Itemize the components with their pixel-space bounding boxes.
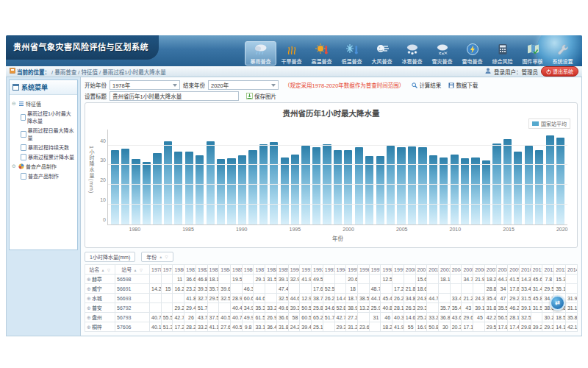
calculate-button[interactable]: 计算结果 bbox=[412, 81, 441, 89]
table-row-56693: ⊕水城5669341.832.729.532.528.960.644.632.5… bbox=[85, 294, 578, 303]
column-field-chip[interactable]: 年份 ▲ ▽ bbox=[141, 252, 173, 262]
value-cell: 43.7 bbox=[196, 313, 207, 322]
tree-group-feature-values[interactable]: ⊖ 特征值 bbox=[12, 100, 75, 107]
station-id-cell: 56793 bbox=[115, 313, 150, 322]
sort-icons[interactable]: ▲ ▽ bbox=[99, 268, 111, 272]
start-year-select[interactable]: 1978年 bbox=[110, 80, 180, 90]
value-cell bbox=[462, 284, 473, 294]
tree-item-cumulative-precip[interactable]: 暴雨过程累计降水量 bbox=[21, 153, 76, 160]
expand-row-icon[interactable]: ⊕ bbox=[87, 296, 91, 301]
nav-item-lightning[interactable]: 雷电普查 bbox=[457, 41, 487, 66]
value-field-chip[interactable]: 1小时降水量(mm) bbox=[85, 252, 135, 262]
nav-item-drought[interactable]: 干旱普查 bbox=[276, 41, 306, 66]
value-cell bbox=[450, 275, 462, 284]
nav-item-hail[interactable]: 冰雹普查 bbox=[397, 41, 427, 66]
expand-row-icon[interactable]: ⊕ bbox=[87, 277, 91, 282]
station-id-header[interactable]: 站号 ▲ ▽ bbox=[115, 265, 150, 275]
tree-item-duration-days[interactable]: 暴雨过程持续天数 bbox=[21, 144, 76, 151]
value-cell: 39.4 bbox=[300, 322, 312, 332]
year-header-1980: 1980 bbox=[173, 265, 184, 275]
value-cell: 32.9 bbox=[288, 275, 300, 284]
year-header-1981: 1981 bbox=[184, 265, 196, 275]
chart-bar-1980 bbox=[132, 159, 140, 224]
value-cell: 38.7 bbox=[312, 294, 323, 303]
expand-row-icon[interactable]: ⊕ bbox=[87, 305, 91, 311]
value-cell: 34.7 bbox=[462, 275, 473, 284]
year-header-2006: 2006 bbox=[473, 265, 485, 275]
nav-item-rainstorm[interactable]: 暴雨普查 bbox=[245, 41, 276, 66]
value-cell: 31.1 bbox=[565, 303, 577, 313]
value-cell: 31.8 bbox=[484, 303, 496, 313]
drought-icon bbox=[276, 43, 306, 57]
value-cell: 35.1 bbox=[554, 284, 566, 294]
tree-item-hourly-max-precip[interactable]: 暴雨过程1小时最大降水量 bbox=[21, 110, 76, 124]
expand-row-icon[interactable]: ⊕ bbox=[87, 315, 91, 320]
save-image-icon bbox=[246, 93, 253, 99]
value-cell: 25.9 bbox=[369, 303, 381, 313]
nav-item-high-temp[interactable]: 高温普查 bbox=[306, 41, 337, 66]
chart-bar-1999 bbox=[334, 150, 342, 224]
value-cell: 16.2 bbox=[173, 284, 184, 294]
value-cell bbox=[242, 275, 254, 284]
y-axis-tick: 20 bbox=[92, 177, 106, 183]
end-year-select[interactable]: 2020年 bbox=[208, 80, 279, 90]
nav-item-risk[interactable]: 综合风险 bbox=[487, 41, 517, 66]
range-note: （规定采用1978-2020年数据作为普查时间范围） bbox=[284, 81, 404, 89]
nav-item-snow[interactable]: 雪灾普查 bbox=[427, 41, 457, 66]
chart-bar-1984 bbox=[174, 152, 182, 224]
save-image-button[interactable]: 保存图片 bbox=[246, 92, 276, 100]
value-cell: 30.2 bbox=[542, 313, 554, 322]
x-axis-tick: 1990 bbox=[236, 227, 248, 232]
value-cell: 18.7 bbox=[346, 294, 358, 303]
nav-item-low-temp[interactable]: 低温普查 bbox=[337, 41, 367, 66]
year-header-1993: 1993 bbox=[323, 265, 334, 275]
station-name-cell: ⊕赫章 bbox=[85, 275, 115, 284]
value-cell: 33.2 bbox=[196, 322, 207, 332]
sort-icons[interactable]: ▲ ▽ bbox=[132, 268, 143, 272]
pivot-field-row: 1小时降水量(mm) 年份 ▲ ▽ bbox=[85, 252, 578, 262]
logout-button[interactable]: 退出系统 bbox=[541, 66, 578, 77]
nav-item-wind[interactable]: 大风普查 bbox=[367, 41, 397, 66]
value-cell bbox=[404, 275, 415, 284]
page: 贵州省气象灾害风险评估与区划系统 暴雨普查 干旱普查 高温普查 低温 bbox=[0, 0, 588, 368]
chart-legend[interactable]: 国家站平均 bbox=[528, 118, 570, 129]
value-cell: 32.5 bbox=[276, 294, 288, 303]
year-header-1983: 1983 bbox=[207, 265, 219, 275]
tree-group-product-making[interactable]: ⊖ 普查产品制作 bbox=[12, 163, 75, 170]
chart-bars bbox=[108, 130, 567, 224]
value-cell: 31.2 bbox=[346, 322, 358, 332]
toolbar-row-1: 开始年份 1978年 结束年份 2020年 （规定采用1978-2020年数据作… bbox=[85, 80, 578, 90]
year-header-1997: 1997 bbox=[369, 265, 381, 275]
collapse-icon[interactable]: ⊖ bbox=[12, 163, 17, 169]
value-cell: 17.2 bbox=[173, 322, 184, 332]
value-cell: 45.6 bbox=[531, 275, 542, 284]
year-header-2012: 2012 bbox=[542, 265, 554, 275]
chart-title-input[interactable] bbox=[110, 91, 239, 101]
lightning-icon bbox=[457, 43, 487, 57]
station-name-cell: ⊕桐梓 bbox=[85, 322, 115, 332]
chart-bar-2005 bbox=[397, 147, 405, 224]
value-cell: 33.4 bbox=[450, 294, 462, 303]
nav-item-settings[interactable]: 系统设置 bbox=[548, 41, 578, 66]
expand-row-icon[interactable]: ⊕ bbox=[87, 325, 91, 330]
year-header-1994: 1994 bbox=[334, 265, 346, 275]
tree-item-product-making[interactable]: 普查产品制作 bbox=[21, 172, 76, 180]
x-axis-tick: 1995 bbox=[290, 227, 301, 232]
tree-item-daily-max-precip[interactable]: 暴雨过程日最大降水量 bbox=[21, 127, 76, 141]
download-button[interactable]: 数据下载 bbox=[448, 81, 478, 89]
value-cell: 31.4 bbox=[531, 284, 542, 294]
value-cell bbox=[300, 284, 312, 294]
value-cell: 28.2 bbox=[184, 322, 196, 332]
collapse-icon[interactable]: ⊖ bbox=[12, 101, 17, 107]
expand-row-icon[interactable]: ⊕ bbox=[87, 286, 91, 291]
value-cell: 33.4 bbox=[520, 284, 531, 294]
chart-bar-2020 bbox=[556, 138, 564, 224]
value-cell bbox=[357, 284, 369, 294]
value-cell bbox=[219, 275, 231, 284]
chart-title: 贵州省历年1小时最大降水量 bbox=[85, 107, 577, 118]
station-name-header[interactable]: 站名 ▲ ▽ bbox=[85, 265, 115, 275]
nav-item-map-review[interactable]: 图件审核 bbox=[517, 41, 548, 66]
x-axis-tick: 2020 bbox=[556, 227, 568, 232]
year-header-2011: 2011 bbox=[531, 265, 542, 275]
floating-sync-button[interactable]: ⇄ bbox=[550, 295, 565, 311]
